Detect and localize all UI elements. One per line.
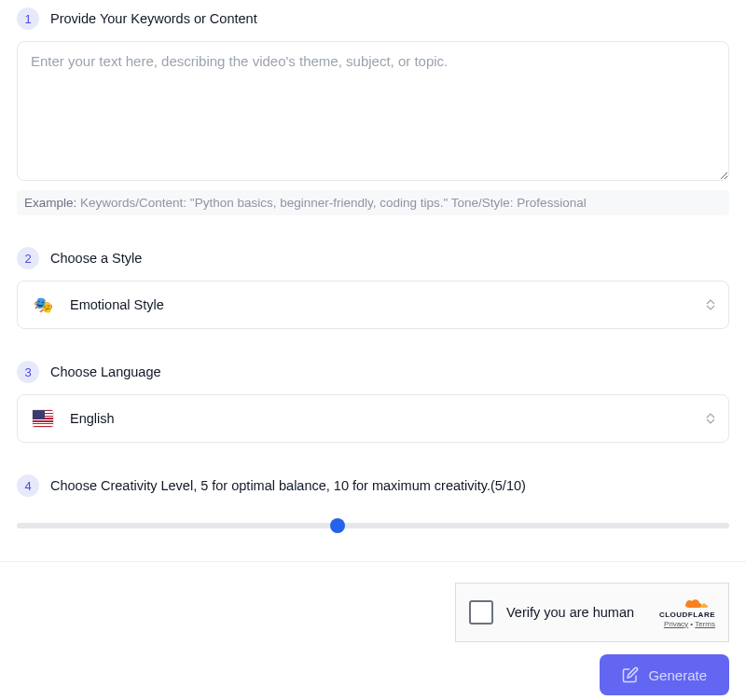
step-3-badge: 3 (17, 361, 39, 383)
chevron-sort-icon (706, 299, 715, 310)
slider-track (17, 523, 729, 528)
captcha-brand-name: CLOUDFLARE (659, 611, 715, 619)
step-1-badge: 1 (17, 7, 39, 30)
language-select-value: English (70, 411, 713, 426)
captcha-checkbox[interactable] (469, 600, 493, 625)
step-2-badge: 2 (17, 247, 39, 269)
step-1-title: Provide Your Keywords or Content (50, 11, 257, 26)
creativity-slider[interactable] (17, 517, 729, 534)
edit-icon (622, 666, 639, 683)
example-bar: Example: Keywords/Content: "Python basic… (17, 190, 729, 215)
step-3-title: Choose Language (50, 364, 161, 379)
chevron-sort-icon (706, 413, 715, 424)
cloudflare-logo-icon (684, 597, 715, 611)
style-select[interactable]: 🎭 Emotional Style (17, 281, 729, 329)
step-1-header: 1 Provide Your Keywords or Content (17, 7, 729, 30)
example-text: Keywords/Content: "Python basics, beginn… (80, 196, 587, 210)
style-select-value: Emotional Style (70, 297, 713, 312)
step-3-header: 3 Choose Language (17, 361, 729, 383)
captcha-terms-link[interactable]: Terms (695, 620, 715, 628)
step-4-title: Choose Creativity Level, 5 for optimal b… (50, 478, 526, 493)
captcha-links[interactable]: Privacy • Terms (664, 620, 715, 628)
captcha-widget: Verify you are human CLOUDFLARE Privacy … (455, 583, 729, 642)
slider-thumb[interactable] (330, 518, 345, 533)
step-2-title: Choose a Style (50, 251, 142, 266)
generate-button-label: Generate (648, 667, 707, 683)
captcha-privacy-link[interactable]: Privacy (664, 620, 688, 628)
keywords-input[interactable] (17, 41, 729, 181)
step-4-header: 4 Choose Creativity Level, 5 for optimal… (17, 474, 729, 497)
language-select[interactable]: English (17, 394, 729, 443)
example-label: Example: (24, 196, 80, 210)
theater-masks-icon: 🎭 (33, 295, 53, 315)
captcha-brand: CLOUDFLARE Privacy • Terms (659, 597, 715, 628)
step-4-badge: 4 (17, 474, 39, 497)
captcha-text: Verify you are human (506, 605, 646, 620)
divider (0, 561, 746, 562)
generate-button[interactable]: Generate (600, 654, 729, 695)
flag-us-icon (33, 408, 53, 429)
step-2-header: 2 Choose a Style (17, 247, 729, 269)
